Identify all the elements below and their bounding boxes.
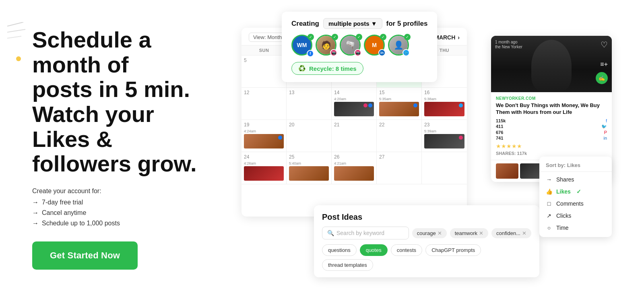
li-stat-icon: in: [603, 136, 607, 140]
cal-cell-27[interactable]: 27: [377, 152, 422, 184]
sort-time[interactable]: ○ Time: [539, 222, 612, 234]
multiple-posts-dropdown[interactable]: multiple posts ▼: [323, 18, 382, 29]
arrow-icon: →: [32, 220, 39, 227]
li-icon: in: [378, 49, 386, 56]
cal-cell-empty[interactable]: [422, 152, 467, 184]
search-input: Search by keyword: [336, 230, 384, 236]
decorative-lines: [7, 22, 27, 50]
cal-cell-25[interactable]: 25 5:40am: [287, 152, 332, 184]
cal-cell-21[interactable]: 21: [332, 120, 377, 152]
chip-questions[interactable]: questions: [322, 244, 357, 256]
post-thumbnail: [244, 134, 284, 148]
search-box[interactable]: 🔍 Search by keyword: [322, 227, 409, 239]
heart-icon: ♡: [601, 40, 608, 50]
sort-header: Sort by: Likes: [539, 160, 612, 172]
tag-close-courage[interactable]: ✕: [438, 230, 442, 236]
time-ago: 1 month ago: [495, 40, 518, 44]
bullet-1: → 7-day free trial: [32, 199, 217, 206]
sort-shares[interactable]: → Shares: [539, 173, 612, 186]
feather-icon: ✍: [596, 72, 608, 84]
sort-dropdown: Sort by: Likes → Shares 👍 Likes ✓ □ Comm…: [539, 157, 612, 237]
post-thumbnail: [424, 134, 464, 148]
ny-stats: 115k f 411 🐦 676 P 741 in: [496, 118, 607, 140]
check-2: ✓: [332, 34, 338, 40]
check-1: ✓: [308, 34, 314, 40]
recycle-badge: ♻️ Recycle: 8 times: [291, 62, 363, 75]
chips-row: questions quotes contests ChapGPT prompt…: [322, 244, 531, 271]
svg-line-2: [7, 36, 21, 38]
cal-cell-13[interactable]: 13: [287, 88, 332, 120]
post-thumbnail: [424, 102, 464, 116]
headline-line3: Watch your Likes &: [32, 101, 154, 152]
ig-icon: 📷: [330, 49, 337, 56]
chip-contests[interactable]: contests: [391, 244, 422, 256]
cal-cell-24[interactable]: 24 4:26am: [242, 152, 287, 184]
sort-likes[interactable]: 👍 Likes ✓: [539, 186, 612, 198]
tag-close-confidence[interactable]: ✕: [522, 230, 526, 236]
creating-card: Creating multiple posts ▼ for 5 profiles…: [282, 12, 437, 82]
post-thumbnail: [379, 102, 419, 116]
left-column: Schedule a month of posts in 5 min. Watc…: [32, 27, 233, 270]
get-started-button[interactable]: Get Started Now: [32, 241, 138, 270]
ig-icon-2: 📷: [354, 49, 361, 56]
arrow-icon: →: [32, 209, 39, 217]
headline-line2: posts in 5 min.: [32, 76, 190, 102]
ny-shares: SHARES: 117k: [496, 151, 607, 156]
menu-icon: ≡+: [600, 61, 608, 68]
sort-clicks[interactable]: ↗ Clicks: [539, 210, 612, 222]
tag-confidence[interactable]: confiden... ✕: [491, 228, 531, 238]
post-thumbnail: [289, 166, 329, 181]
avatar-2: 🧑 ✓ 📷: [316, 35, 337, 56]
page-wrapper: Schedule a month of posts in 5 min. Watc…: [0, 0, 644, 297]
check-3: ✓: [356, 34, 362, 40]
time-icon: ○: [546, 225, 552, 231]
comments-icon: □: [546, 200, 552, 207]
sort-comments[interactable]: □ Comments: [539, 198, 612, 210]
post-thumbnail: [334, 166, 374, 181]
chip-thread[interactable]: thread templates: [322, 259, 373, 271]
tw-icon: 🐦: [402, 49, 410, 56]
tag-close-teamwork[interactable]: ✕: [479, 230, 483, 236]
svg-line-1: [7, 29, 25, 32]
post-thumbnail: [244, 166, 284, 181]
recycle-icon: ♻️: [298, 65, 306, 72]
headline-line1: Schedule a month of: [32, 27, 151, 77]
chip-chatgpt[interactable]: ChapGPT prompts: [425, 244, 481, 256]
headline: Schedule a month of posts in 5 min. Watc…: [32, 27, 217, 176]
cal-cell-15[interactable]: 15 5:35am: [377, 88, 422, 120]
publisher: the New Yorker: [495, 45, 522, 49]
cal-cell-14[interactable]: 14 4:20am: [332, 88, 377, 120]
avatar-3: 🫗 ✓ 📷: [340, 35, 361, 56]
tag-teamwork[interactable]: teamwork ✕: [450, 228, 488, 238]
tag-courage[interactable]: courage ✕: [412, 228, 447, 238]
cal-cell-5[interactable]: 5: [242, 56, 287, 88]
chip-quotes[interactable]: quotes: [360, 244, 388, 256]
fb-stat-icon: f: [606, 118, 607, 123]
cal-cell-23[interactable]: 23 5:39am: [422, 120, 467, 152]
profile-avatars: WM ✓ f 🧑 ✓ 📷 🫗 ✓: [291, 35, 427, 56]
clicks-icon: ↗: [546, 212, 552, 219]
view-month-button[interactable]: View: Month: [249, 33, 286, 42]
cal-cell-12[interactable]: 12: [242, 88, 287, 120]
check-4: ✓: [380, 34, 386, 40]
cal-cell-26[interactable]: 26 4:21am: [332, 152, 377, 184]
cal-cell-20[interactable]: 20: [287, 120, 332, 152]
ny-thumb-1: [496, 163, 518, 179]
cal-cell-22[interactable]: 22: [377, 120, 422, 152]
cal-cell-16[interactable]: 16 5:38am: [422, 88, 467, 120]
avatar-4: M ✓ in: [364, 35, 386, 56]
decorative-dot: [16, 56, 21, 61]
active-check: ✓: [576, 188, 581, 195]
avatar-1: WM ✓ f: [291, 35, 313, 56]
bullet-list: → 7-day free trial → Cancel anytime → Sc…: [32, 199, 217, 227]
search-icon: 🔍: [327, 230, 334, 236]
cal-cell-19[interactable]: 19 4:24am: [242, 120, 287, 152]
svg-line-0: [7, 22, 23, 26]
ny-title: We Don't Buy Things with Money, We Buy T…: [496, 102, 607, 116]
subtext: Create your account for:: [32, 188, 217, 195]
tw-stat-icon: 🐦: [601, 124, 607, 129]
for-profiles-label: for 5 profiles: [386, 20, 428, 28]
shares-icon: →: [546, 176, 552, 183]
headline-line4: followers grow.: [32, 151, 197, 176]
likes-icon: 👍: [546, 188, 552, 195]
